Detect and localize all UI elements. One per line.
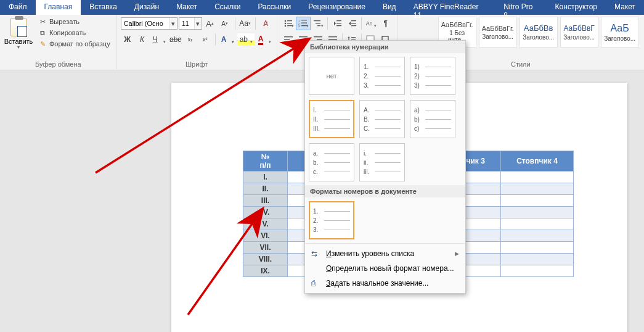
row-number-cell: IX. bbox=[243, 265, 288, 277]
superscript-button[interactable]: x² bbox=[198, 33, 212, 46]
paste-icon bbox=[10, 18, 26, 36]
row-number-cell: I. bbox=[243, 172, 288, 183]
font-name-combo[interactable]: ▾ bbox=[121, 17, 177, 30]
clear-formatting-button[interactable]: A̷ bbox=[259, 17, 272, 30]
underline-button[interactable]: Ч bbox=[150, 33, 168, 46]
tab-insert[interactable]: Вставка bbox=[81, 0, 126, 15]
row-number-cell: VII. bbox=[243, 242, 288, 254]
svg-text:3: 3 bbox=[298, 25, 300, 28]
highlight-button[interactable]: ab bbox=[237, 33, 255, 46]
style-thumb-h1[interactable]: АаБбВвГг.Заголово... bbox=[479, 17, 517, 48]
chevron-down-icon[interactable]: ▾ bbox=[169, 18, 177, 29]
tab-design[interactable]: Дизайн bbox=[126, 0, 168, 15]
numbering-thumb[interactable]: a.b.c. bbox=[309, 143, 354, 181]
format-painter-button[interactable]: ✎Формат по образцу bbox=[36, 39, 113, 49]
chevron-down-icon[interactable]: ▾ bbox=[194, 18, 202, 29]
style-thumb-h2[interactable]: АаБбВвЗаголово... bbox=[520, 17, 558, 48]
numbering-thumb[interactable]: i.ii.iii. bbox=[359, 143, 405, 181]
svg-rect-24 bbox=[299, 36, 308, 37]
change-case-button[interactable]: Aa▾ bbox=[238, 17, 252, 30]
numbering-library-title: Библиотека нумерации bbox=[305, 41, 465, 53]
separator bbox=[361, 17, 362, 30]
svg-point-0 bbox=[284, 20, 286, 22]
svg-rect-18 bbox=[351, 20, 356, 21]
svg-rect-16 bbox=[336, 23, 341, 23]
numbered-list-button[interactable]: 123 bbox=[296, 17, 311, 30]
shrink-font-button[interactable]: A▾ bbox=[218, 17, 232, 30]
align-left-button[interactable] bbox=[281, 33, 296, 46]
chevron-right-icon: ▶ bbox=[455, 251, 459, 257]
multilevel-list-button[interactable] bbox=[311, 17, 325, 30]
tab-file[interactable]: Файл bbox=[0, 0, 36, 15]
tab-mailings[interactable]: Рассылки bbox=[249, 0, 300, 15]
font-size-input[interactable] bbox=[179, 20, 194, 27]
svg-rect-9 bbox=[301, 23, 307, 23]
separator bbox=[235, 17, 235, 30]
format-painter-label: Формат по образцу bbox=[49, 40, 110, 48]
sort-button[interactable]: A↕ bbox=[364, 17, 378, 30]
numbering-thumb[interactable]: 1)2)3) bbox=[410, 57, 455, 95]
tab-layout2[interactable]: Макет bbox=[606, 0, 644, 15]
tab-references[interactable]: Ссылки bbox=[206, 0, 249, 15]
copy-button[interactable]: ⧉Копировать bbox=[36, 28, 113, 38]
strike-button[interactable]: abc bbox=[169, 33, 182, 46]
group-clipboard-title: Буфер обмена bbox=[4, 59, 113, 70]
svg-rect-21 bbox=[284, 36, 293, 37]
row-number-cell: VI. bbox=[243, 230, 288, 242]
svg-rect-14 bbox=[317, 25, 320, 26]
change-list-level-item[interactable]: ⇆ Изменить уровень списка ▶ bbox=[305, 246, 465, 261]
numbering-thumb[interactable]: 1.2.3. bbox=[309, 201, 354, 239]
italic-button[interactable]: К bbox=[136, 33, 149, 46]
tab-review[interactable]: Рецензирование bbox=[300, 0, 374, 15]
grow-font-button[interactable]: A▴ bbox=[203, 17, 217, 30]
numbering-thumb[interactable]: a)b)c) bbox=[410, 100, 455, 138]
style-thumb-h3[interactable]: АаБбВвГЗаголово... bbox=[560, 17, 598, 48]
tab-abbyy[interactable]: ABBYY FineReader 11 bbox=[405, 0, 495, 15]
decrease-indent-button[interactable] bbox=[330, 17, 344, 30]
svg-rect-7 bbox=[301, 20, 307, 20]
row-number-cell: V. bbox=[243, 218, 288, 230]
paste-button[interactable]: Вставить ▼ bbox=[4, 17, 33, 51]
numbering-thumb[interactable]: A.B.C. bbox=[359, 100, 405, 138]
show-marks-button[interactable]: ¶ bbox=[378, 17, 393, 30]
increase-indent-button[interactable] bbox=[344, 17, 359, 30]
svg-rect-35 bbox=[351, 37, 356, 38]
font-name-input[interactable] bbox=[121, 20, 169, 27]
tab-view[interactable]: Вид bbox=[374, 0, 405, 15]
cut-button[interactable]: ✂Вырезать bbox=[36, 17, 113, 27]
scissors-icon: ✂ bbox=[38, 17, 47, 26]
separator bbox=[255, 17, 256, 30]
brush-icon: ✎ bbox=[38, 39, 47, 48]
svg-rect-22 bbox=[284, 39, 290, 39]
tab-home[interactable]: Главная bbox=[36, 0, 81, 15]
ribbon-tabs: Файл Главная Вставка Дизайн Макет Ссылки… bbox=[0, 0, 644, 15]
svg-point-2 bbox=[284, 23, 286, 25]
numbering-thumb-none[interactable]: нет bbox=[309, 57, 354, 95]
style-thumb-title[interactable]: АаБЗаголово... bbox=[601, 17, 639, 48]
bullet-list-button[interactable] bbox=[281, 17, 296, 30]
numbering-thumb[interactable]: I.II.III. bbox=[309, 100, 354, 138]
svg-rect-27 bbox=[314, 36, 322, 37]
font-size-combo[interactable]: ▾ bbox=[179, 17, 202, 30]
tab-constructor[interactable]: Конструктор bbox=[547, 0, 606, 15]
numbering-thumb[interactable]: 1.2.3. bbox=[359, 57, 405, 95]
svg-rect-15 bbox=[336, 20, 341, 21]
tab-layout[interactable]: Макет bbox=[168, 0, 206, 15]
svg-rect-1 bbox=[287, 20, 292, 21]
svg-rect-19 bbox=[351, 23, 356, 23]
row-number-cell: VIII. bbox=[243, 254, 288, 265]
bold-button[interactable]: Ж bbox=[121, 33, 134, 46]
copy-label: Копировать bbox=[49, 29, 86, 36]
chevron-down-icon: ▼ bbox=[17, 45, 21, 49]
text-effects-button[interactable]: A bbox=[219, 33, 236, 46]
tab-nitro[interactable]: Nitro Pro 8 bbox=[495, 0, 546, 15]
row-number-cell: II. bbox=[243, 183, 288, 195]
font-color-button[interactable]: A bbox=[256, 33, 273, 46]
subscript-button[interactable]: x₂ bbox=[184, 33, 197, 46]
set-numbering-value-item[interactable]: ⎙ Задать начальное значение... bbox=[305, 276, 465, 291]
svg-rect-12 bbox=[314, 20, 320, 21]
row-number-cell: IV. bbox=[243, 207, 288, 218]
paste-label: Вставить bbox=[4, 38, 33, 45]
table-header-num: № п/п bbox=[243, 152, 287, 170]
define-new-number-format-item[interactable]: Определить новый формат номера... bbox=[305, 261, 465, 276]
